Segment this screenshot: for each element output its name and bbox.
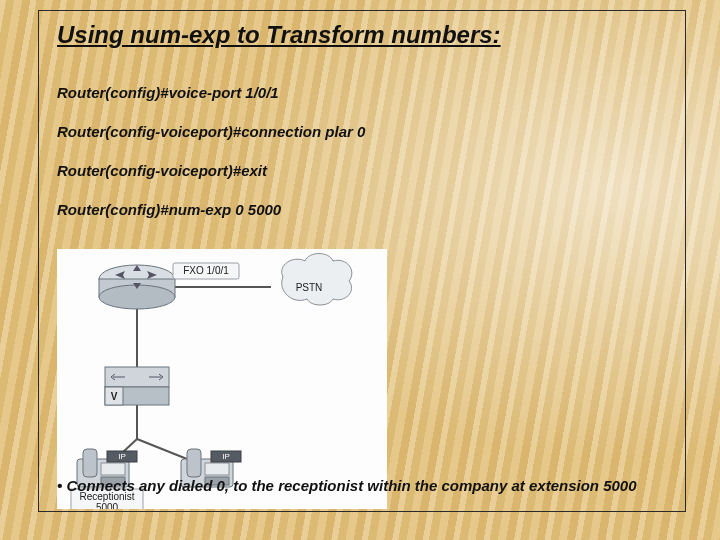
fxo-label-box: FXO 1/0/1 bbox=[173, 263, 239, 279]
svg-rect-20 bbox=[205, 463, 229, 475]
content-frame: Using num-exp to Transform numbers: Rout… bbox=[38, 10, 686, 512]
cli-line: Router(config)#num-exp 0 5000 bbox=[57, 200, 667, 220]
cli-line: Router(config-voiceport)#exit bbox=[57, 161, 667, 181]
fxo-label: FXO 1/0/1 bbox=[183, 265, 229, 276]
voice-switch-icon: V bbox=[105, 367, 169, 405]
network-diagram: FXO 1/0/1 PSTN V bbox=[57, 249, 387, 509]
svg-rect-19 bbox=[187, 449, 201, 477]
switch-v-label: V bbox=[111, 391, 118, 402]
cli-line: Router(config-voiceport)#connection plar… bbox=[57, 122, 667, 142]
ip-tag: IP bbox=[118, 452, 126, 461]
slide-title: Using num-exp to Transform numbers: bbox=[57, 19, 667, 51]
router-icon bbox=[99, 265, 175, 309]
slide: Using num-exp to Transform numbers: Rout… bbox=[0, 0, 720, 540]
svg-rect-13 bbox=[83, 449, 97, 477]
svg-rect-14 bbox=[101, 463, 125, 475]
pstn-cloud-icon: PSTN bbox=[282, 253, 352, 305]
ip-tag: IP bbox=[222, 452, 230, 461]
pstn-label: PSTN bbox=[296, 282, 323, 293]
receptionist-ext: 5000 bbox=[96, 502, 119, 509]
footnote-text: • Connects any dialed 0, to the receptio… bbox=[57, 476, 667, 496]
cli-config-block: Router(config)#voice-port 1/0/1 Router(c… bbox=[57, 63, 667, 239]
cli-line: Router(config)#voice-port 1/0/1 bbox=[57, 83, 667, 103]
